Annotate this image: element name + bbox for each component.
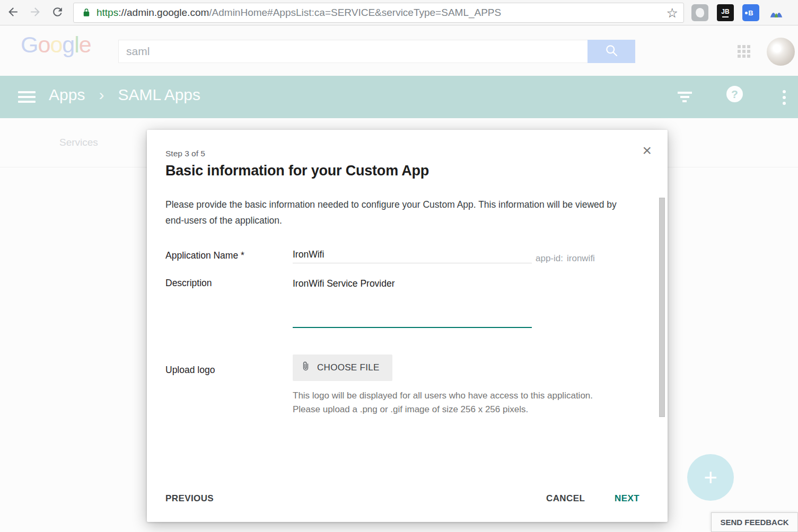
google-logo: Google [21,32,91,58]
reload-button[interactable] [48,3,67,22]
dialog-step-indicator: Step 3 of 5 [165,149,205,158]
logo-help-line2: Please upload a .png or .gif image of si… [293,403,593,416]
jb-underline [722,16,729,17]
url-text: https://admin.google.com/AdminHome#AppsL… [97,7,501,19]
logo-help-line1: This logo will be displayed for all user… [293,389,593,403]
upload-logo-label: Upload logo [165,365,215,376]
app-id-readout: app-id:ironwifi [536,253,595,264]
paperclip-icon [300,361,311,375]
choose-file-label: CHOOSE FILE [317,362,380,373]
blob-icon [696,8,704,17]
extension-jetbrains-icon[interactable]: JB [717,4,734,21]
url-path: /AdminHome#AppsList:ca=SERVICE&serviceTy… [209,7,501,18]
next-button[interactable]: NEXT [615,493,639,504]
help-icon[interactable]: ? [726,86,743,102]
cancel-button[interactable]: CANCEL [546,493,585,504]
jb-label: JB [721,8,729,15]
logo-help-text: This logo will be displayed for all user… [293,389,593,416]
url-scheme: https [97,7,118,18]
description-input[interactable]: IronWifi Service Provider [293,277,532,328]
filter-icon[interactable] [676,87,694,107]
close-icon[interactable]: × [642,143,652,158]
back-icon [6,5,20,20]
logo-letter: l [74,32,79,57]
menu-hamburger-icon[interactable] [18,88,37,105]
app-id-value: ironwifi [567,253,595,263]
search-button[interactable] [587,40,635,63]
app-id-label: app-id: [536,253,563,263]
address-bar[interactable]: https://admin.google.com/AdminHome#AppsL… [73,3,684,23]
tab-services[interactable]: Services [59,137,98,148]
send-feedback-button[interactable]: SEND FEEDBACK [711,512,798,532]
admin-search-input[interactable] [118,40,587,63]
logo-letter: o [38,32,50,57]
description-label: Description [165,278,212,289]
basic-info-dialog: × Step 3 of 5 Basic information for your… [147,130,668,522]
logo-letter: e [79,32,91,57]
previous-button[interactable]: PREVIOUS [165,493,214,504]
back-button[interactable] [3,3,22,22]
dialog-scrollbar[interactable] [659,198,665,417]
choose-file-button[interactable]: CHOOSE FILE [293,354,392,381]
application-name-input[interactable] [293,246,532,263]
google-apps-grid-icon[interactable] [738,45,751,58]
url-host: ://admin.google.com [118,7,209,18]
application-name-label: Application Name * [165,250,244,261]
account-avatar[interactable] [767,38,795,66]
overflow-menu-icon[interactable] [778,87,790,108]
avatar-highlight [774,46,781,52]
breadcrumb: Apps › SAML Apps [49,86,200,104]
tag-dot [745,12,748,14]
reload-icon [51,5,64,20]
add-app-fab[interactable]: + [687,454,734,501]
chevron-right-icon: › [99,87,104,103]
browser-toolbar: https://admin.google.com/AdminHome#AppsL… [0,0,798,25]
forward-icon [29,5,42,20]
tag-label: B [748,9,753,17]
extension-blob-icon[interactable] [691,4,708,21]
breadcrumb-saml-apps[interactable]: SAML Apps [118,86,200,104]
logo-letter: G [21,32,38,57]
dialog-title: Basic information for your Custom App [165,163,429,179]
logo-letter: g [62,32,74,57]
breadcrumb-apps[interactable]: Apps [49,86,85,104]
secure-lock-icon [82,8,91,17]
search-icon [604,43,619,59]
bookmark-star-icon[interactable]: ☆ [667,6,678,20]
google-app-bar: Google [0,25,798,76]
forward-button[interactable] [25,3,45,22]
extension-tag-icon[interactable]: B [742,4,759,21]
dialog-intro-text: Please provide the basic information nee… [165,197,626,228]
logo-letter: o [50,32,62,57]
admin-header-bar: Apps › SAML Apps ? [0,76,798,118]
extension-arch-icon[interactable] [768,4,785,21]
